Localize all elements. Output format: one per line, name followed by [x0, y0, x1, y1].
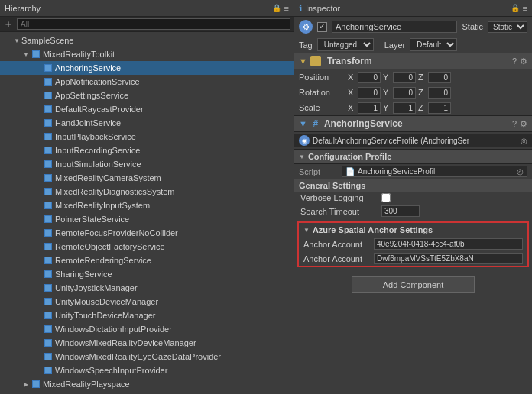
tree-item-app-settings[interactable]: AppSettingsService	[0, 89, 294, 102]
item-label: SampleScene	[21, 36, 74, 45]
expand-arrow	[34, 173, 43, 182]
tree-item-mixed-camera[interactable]: MixedRealityCameraSystem	[0, 171, 294, 185]
profile-text: DefaultAnchoringServiceProfile (Anchorin…	[313, 137, 469, 145]
tree-item-input-recording[interactable]: InputRecordingService	[0, 144, 294, 157]
script-file-icon: 📄	[345, 167, 355, 176]
tree-item-remote-rendering[interactable]: RemoteRenderingService	[0, 254, 294, 267]
position-xyz: X Y Z	[348, 72, 527, 83]
cube-icon	[43, 241, 54, 252]
tree-item-remote-focus[interactable]: RemoteFocusProviderNoCollider	[0, 226, 294, 240]
scale-x-input[interactable]	[358, 102, 381, 114]
profile-row: ◉ DefaultAnchoringServiceProfile (Anchor…	[294, 134, 532, 147]
cube-icon	[43, 76, 54, 87]
tree-item-unity-joystick[interactable]: UnityJoystickManager	[0, 281, 294, 295]
tree-item-unity-mouse[interactable]: UnityMouseDeviceManager	[0, 295, 294, 308]
layer-dropdown[interactable]: Default	[410, 38, 457, 51]
item-label: WindowsMixedRealityEyeGazeDataProvider	[55, 352, 221, 361]
tree-item-windows-dictation[interactable]: WindowsDictationInputProvider	[0, 322, 294, 336]
tree-item-input-playback[interactable]: InputPlaybackService	[0, 130, 294, 144]
scale-row: Scale X Y Z	[294, 100, 532, 115]
item-label: AppNotificationService	[55, 77, 140, 86]
tree-item-mixed-input[interactable]: MixedRealityInputSystem	[0, 199, 294, 212]
cube-icon	[43, 145, 54, 156]
script-label: Script	[299, 167, 337, 176]
search-input[interactable]	[17, 18, 290, 30]
static-label: Static	[462, 22, 483, 31]
rotation-row: Rotation X Y Z	[294, 85, 532, 100]
expand-arrow	[34, 338, 43, 347]
tree-item-mr-playspace[interactable]: ▶ MixedRealityPlayspace	[0, 377, 294, 391]
component-top-bar: ⚙ Static Static	[294, 17, 532, 37]
item-label: AnchoringService	[55, 63, 121, 73]
expand-arrow	[34, 228, 43, 237]
item-label: SharingService	[55, 270, 112, 279]
tree-item-windows-speech[interactable]: WindowsSpeechInputProvider	[0, 363, 294, 377]
position-z-input[interactable]	[428, 72, 451, 83]
tree-item-windows-eye[interactable]: WindowsMixedRealityEyeGazeDataProvider	[0, 350, 294, 363]
rotation-label: Rotation	[299, 88, 345, 97]
transform-expand-arrow: ▼	[299, 57, 307, 66]
position-x-input[interactable]	[358, 72, 381, 83]
scale-z-input[interactable]	[428, 102, 451, 114]
tree-item-anchoring-service[interactable]: AnchoringService	[0, 61, 294, 75]
tree-item-remote-object[interactable]: RemoteObjectFactoryService	[0, 240, 294, 254]
item-label: WindowsSpeechInputProvider	[55, 366, 167, 375]
verbose-logging-checkbox[interactable]	[381, 193, 391, 202]
hierarchy-content: ▼ SampleScene ▼ MixedRealityToolkit Anch…	[0, 32, 294, 394]
tree-item-hand-joint[interactable]: HandJointService	[0, 116, 294, 130]
tree-item-default-raycast[interactable]: DefaultRaycastProvider	[0, 102, 294, 116]
item-label: MixedRealityDiagnosticsSystem	[55, 187, 175, 196]
azure-header: ▼ Azure Spatial Anchor Settings	[299, 223, 527, 237]
component-name-input[interactable]	[332, 21, 457, 33]
expand-arrow: ▼	[21, 50, 31, 59]
item-label: MixedRealityPlayspace	[43, 379, 130, 389]
z-label: Z	[418, 103, 426, 112]
expand-arrow	[34, 215, 43, 224]
cube-icon	[43, 365, 54, 376]
anchor-account-id-label: Anchor Account	[303, 240, 371, 249]
plus-icon[interactable]: ＋	[3, 18, 14, 31]
anchoring-title: AnchoringService	[324, 118, 403, 129]
tree-item-input-simulation[interactable]: InputSimulationService	[0, 157, 294, 171]
add-component-button[interactable]: Add Component	[352, 276, 475, 293]
tag-dropdown[interactable]: Untagged	[317, 38, 374, 51]
item-label: WindowsDictationInputProvider	[55, 325, 172, 334]
cube-icon	[43, 104, 54, 115]
hierarchy-panel: Hierarchy 🔒 ≡ ＋ ▼ SampleScene ▼ MixedRea…	[0, 0, 294, 394]
scale-y-input[interactable]	[393, 102, 416, 114]
tree-item-mixed-diagnostics[interactable]: MixedRealityDiagnosticsSystem	[0, 185, 294, 199]
anchor-account-id-text: 40e9204f-0418-4cc4-af0b	[377, 240, 465, 248]
position-y-input[interactable]	[393, 72, 416, 83]
static-dropdown[interactable]: Static	[488, 21, 527, 33]
cube-icon	[43, 118, 54, 128]
transform-header-icons: ? ⚙	[512, 57, 527, 66]
expand-arrow	[34, 352, 43, 361]
expand-arrow: ▶	[21, 379, 31, 389]
transform-section-header: ▼ Transform ? ⚙	[294, 53, 532, 69]
tree-item-pointer-state[interactable]: PointerStateService	[0, 212, 294, 226]
tree-item-sample-scene[interactable]: ▼ SampleScene	[0, 34, 294, 47]
cube-icon	[43, 90, 54, 101]
tree-item-mixed-reality-toolkit[interactable]: ▼ MixedRealityToolkit	[0, 47, 294, 61]
x-label: X	[348, 88, 355, 97]
tree-item-sharing[interactable]: SharingService	[0, 267, 294, 281]
rotation-z-input[interactable]	[428, 87, 451, 98]
x-label: X	[348, 103, 355, 112]
inspector-panel: ℹ Inspector 🔒 ≡ ⚙ Static Static Tag Unta…	[294, 0, 532, 394]
tree-item-app-notification[interactable]: AppNotificationService	[0, 75, 294, 89]
script-filename: AnchoringServiceProfil	[358, 167, 435, 176]
tree-item-directional-light[interactable]: Directional Light	[0, 391, 294, 394]
search-timeout-input[interactable]	[381, 205, 420, 217]
tree-item-unity-touch[interactable]: UnityTouchDeviceManager	[0, 308, 294, 322]
item-label: RemoteRenderingService	[55, 256, 151, 265]
anchor-account-id-row: Anchor Account 40e9204f-0418-4cc4-af0b	[299, 237, 527, 251]
active-checkbox[interactable]	[317, 22, 327, 32]
rotation-y-input[interactable]	[393, 87, 416, 98]
rotation-x-input[interactable]	[358, 87, 381, 98]
item-label: MixedRealityInputSystem	[55, 201, 150, 210]
tree-item-windows-device[interactable]: WindowsMixedRealityDeviceManager	[0, 336, 294, 350]
script-row: Script 📄 AnchoringServiceProfil ◎	[294, 164, 532, 179]
inspector-content: ⚙ Static Static Tag Untagged Layer Defau…	[294, 17, 532, 394]
help-icon: ?	[512, 119, 517, 129]
search-timeout-row: Search Timeout	[294, 204, 532, 218]
